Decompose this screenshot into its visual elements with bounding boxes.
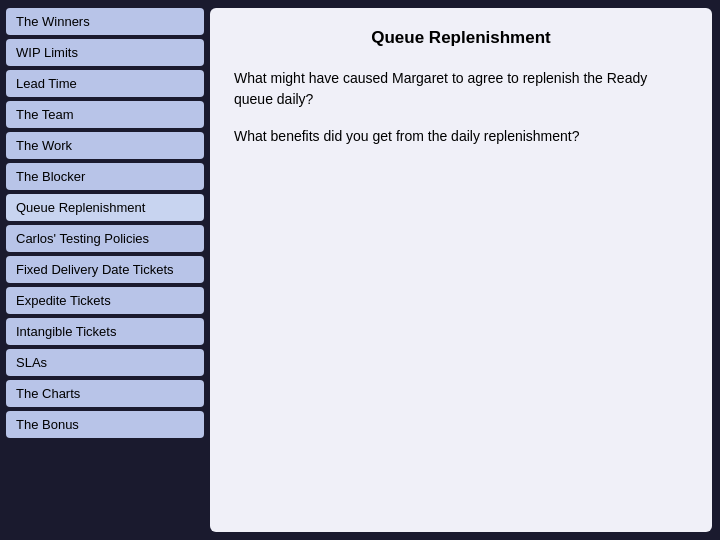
sidebar-item-expedite-tickets[interactable]: Expedite Tickets [6,287,204,314]
sidebar-item-intangible-tickets[interactable]: Intangible Tickets [6,318,204,345]
sidebar-item-the-work[interactable]: The Work [6,132,204,159]
sidebar-item-slas[interactable]: SLAs [6,349,204,376]
question-2: What benefits did you get from the daily… [234,126,688,147]
sidebar-item-the-winners[interactable]: The Winners [6,8,204,35]
sidebar-item-fixed-delivery-date-tickets[interactable]: Fixed Delivery Date Tickets [6,256,204,283]
sidebar-item-lead-time[interactable]: Lead Time [6,70,204,97]
sidebar-item-the-team[interactable]: The Team [6,101,204,128]
main-body: What might have caused Margaret to agree… [234,68,688,163]
sidebar-item-the-blocker[interactable]: The Blocker [6,163,204,190]
sidebar-item-queue-replenishment[interactable]: Queue Replenishment [6,194,204,221]
sidebar-item-the-bonus[interactable]: The Bonus [6,411,204,438]
sidebar-item-carlos-testing-policies[interactable]: Carlos' Testing Policies [6,225,204,252]
main-title: Queue Replenishment [234,28,688,48]
main-content: Queue Replenishment What might have caus… [210,8,712,532]
sidebar-item-wip-limits[interactable]: WIP Limits [6,39,204,66]
question-1: What might have caused Margaret to agree… [234,68,688,110]
sidebar-item-the-charts[interactable]: The Charts [6,380,204,407]
sidebar: The WinnersWIP LimitsLead TimeThe TeamTh… [0,0,210,540]
